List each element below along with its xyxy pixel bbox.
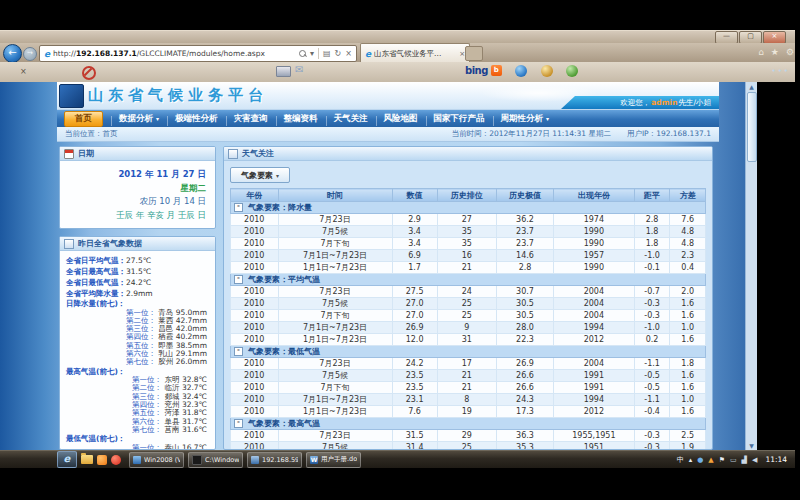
internet-explorer-icon[interactable]: e	[57, 451, 77, 468]
stop-icon[interactable]: ×	[345, 49, 352, 58]
table-cell: 23.5	[392, 370, 437, 382]
table-cell: 2010	[231, 442, 279, 450]
table-row: 20107月5候3.43523.719901.84.8	[231, 226, 706, 238]
nav-item-4[interactable]: 整编资料	[276, 113, 326, 125]
table-cell: 2010	[231, 250, 279, 262]
nav-item-8[interactable]: 周期性分析▾	[493, 113, 558, 125]
favorites-star-icon[interactable]: ★	[771, 47, 779, 57]
print-icon[interactable]	[276, 66, 291, 77]
column-header[interactable]: 时间	[278, 189, 392, 202]
nav-item-3[interactable]: 灾害查询	[226, 113, 276, 125]
nav-item-7[interactable]: 国家下行产品	[426, 113, 493, 125]
scroll-down-arrow-icon[interactable]: ▼	[746, 442, 757, 449]
home-icon[interactable]: ⌂	[758, 47, 764, 57]
table-cell: 12.0	[392, 334, 437, 346]
table-cell: 25	[437, 442, 496, 450]
table-cell: 1.6	[670, 298, 706, 310]
element-selector-button[interactable]: 气象要素 ▾	[230, 167, 290, 183]
address-bar[interactable]: e http://192.168.137.1/GLCCLIMATE/module…	[39, 45, 357, 62]
bing-logo[interactable]: bing b	[465, 65, 502, 76]
current-time: 当前时间：2012年11月27日 11:14:31 星期二	[452, 129, 611, 139]
new-tab-button[interactable]	[465, 46, 483, 61]
flag-icon[interactable]: ⚑	[719, 456, 725, 464]
nav-item-2[interactable]: 极端性分析	[167, 113, 226, 125]
nav-item-6[interactable]: 风险地图	[376, 113, 426, 125]
scroll-up-arrow-icon[interactable]: ▲	[746, 83, 757, 90]
nav-item-5[interactable]: 天气关注	[326, 113, 376, 125]
community-addon-icon[interactable]	[566, 65, 578, 77]
vertical-scrollbar[interactable]: ▲ ▼	[745, 82, 757, 450]
taskbar-button-3[interactable]: W用户手册.docx...	[306, 452, 361, 468]
scrollbar-thumb[interactable]	[747, 92, 757, 162]
column-header[interactable]: 距平	[634, 189, 670, 202]
sparkle-addon-icon[interactable]	[541, 65, 553, 77]
table-cell: 2004	[554, 298, 635, 310]
column-header[interactable]: 历史排位	[437, 189, 496, 202]
element-group-row[interactable]: -气象要素：最低气温	[231, 346, 706, 358]
taskbar-button-0[interactable]: Win2008 (V52...	[129, 452, 184, 468]
table-cell: -1.1	[634, 394, 670, 406]
nav-item-0[interactable]: 首页	[64, 111, 103, 127]
collapse-icon[interactable]: -	[234, 275, 243, 284]
breadcrumb: 当前位置：首页	[65, 129, 118, 139]
browser-titlebar[interactable]	[0, 30, 795, 44]
network-icon[interactable]: ▟	[742, 456, 747, 464]
commandbar-close-icon[interactable]: ×	[20, 67, 27, 76]
collapse-icon[interactable]: -	[234, 419, 243, 428]
column-header[interactable]: 数值	[392, 189, 437, 202]
table-cell: 1991	[554, 370, 635, 382]
table-cell: -1.0	[634, 250, 670, 262]
forward-button[interactable]: →	[23, 47, 37, 61]
stat-value: 31.5℃	[126, 267, 151, 276]
table-cell: 7月5候	[278, 226, 392, 238]
element-group-row[interactable]: -气象要素：降水量	[231, 202, 706, 214]
settings-gear-icon[interactable]: ⚙	[786, 47, 794, 57]
taskbar-button-1[interactable]: C:\Windows\s...	[188, 452, 243, 468]
ime-icon[interactable]: 中	[677, 455, 684, 465]
dropdown-arrow-icon: ▾	[156, 115, 159, 122]
gregorian-date: 2012 年 11 月 27 日	[69, 168, 206, 182]
table-cell: 17	[437, 358, 496, 370]
column-header[interactable]: 方差	[670, 189, 706, 202]
table-cell: 2010	[231, 262, 279, 274]
messenger-icon[interactable]	[515, 65, 527, 77]
table-row: 20101月1日~7月23日7.61917.32012-0.41.6	[231, 406, 706, 418]
element-group-row[interactable]: -气象要素：最高气温	[231, 418, 706, 430]
taskbar-button-2[interactable]: 192.168.59.99...	[247, 452, 302, 468]
volume-icon[interactable]: ◀	[752, 456, 757, 464]
column-header[interactable]: 历史极值	[497, 189, 554, 202]
app-orange-icon[interactable]	[97, 455, 107, 465]
site-logo	[59, 84, 84, 108]
browser-tab[interactable]: e 山东省气候业务平... ×	[360, 43, 470, 63]
display-icon[interactable]: ▭	[730, 456, 737, 464]
nav-item-1[interactable]: 数据分析▾	[111, 113, 167, 125]
media-player-icon[interactable]	[111, 455, 121, 465]
table-cell: 7月1日~7月23日	[278, 250, 392, 262]
compatibility-view-icon[interactable]	[82, 66, 96, 80]
table-cell: 24.3	[497, 394, 554, 406]
element-group-row[interactable]: -气象要素：平均气温	[231, 274, 706, 286]
more-options-dots[interactable]: •••	[772, 67, 790, 75]
table-cell: 1.8	[670, 358, 706, 370]
back-button[interactable]: ←	[3, 44, 22, 63]
url-text[interactable]: http://192.168.137.1/GLCCLIMATE/modules/…	[53, 49, 295, 58]
column-header[interactable]: 年份	[231, 189, 279, 202]
taskbar-clock[interactable]: 11:14	[765, 455, 787, 464]
folder-icon[interactable]	[81, 455, 93, 464]
stat-value: 2.9mm	[126, 289, 153, 298]
security-icon[interactable]: ▲	[708, 456, 713, 464]
autocomplete-dropdown-icon[interactable]: ▾	[310, 49, 314, 58]
table-cell: 2010	[231, 370, 279, 382]
column-header[interactable]: 出现年份	[554, 189, 635, 202]
globe-icon[interactable]: ●	[697, 456, 703, 464]
search-icon[interactable]	[299, 50, 306, 57]
refresh-icon[interactable]: ↻	[335, 49, 342, 58]
page-icon[interactable]: ▤	[323, 49, 331, 58]
mail-icon[interactable]: ✉	[295, 64, 303, 75]
collapse-icon[interactable]: -	[234, 347, 243, 356]
table-cell: 1990	[554, 226, 635, 238]
collapse-icon[interactable]: -	[234, 203, 243, 212]
hidden-icons-arrow[interactable]: ▴	[689, 456, 693, 464]
table-cell: 7月5候	[278, 370, 392, 382]
table-cell: 2.0	[670, 286, 706, 298]
